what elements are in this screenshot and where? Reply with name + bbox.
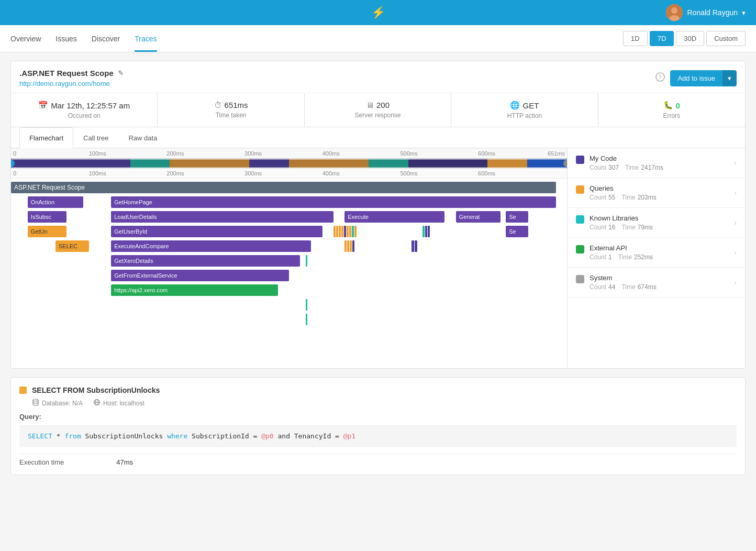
flame-mini-blocks-3 — [344, 240, 389, 252]
time-btn-1d[interactable]: 1D — [623, 31, 648, 46]
legend-mycode[interactable]: My Code Count307 Time2417ms › — [568, 148, 745, 178]
metrics-row: 📅 Mar 12th, 12:25:57 am Occured on ⏱ 651… — [11, 93, 745, 127]
edit-icon[interactable]: ✎ — [118, 69, 124, 77]
flame-block-getxerodetails[interactable]: GetXeroDetails — [111, 255, 300, 267]
sql-param2: @p1 — [343, 432, 355, 440]
top-bar-logo: ⚡ — [371, 6, 385, 19]
flame-block-se1[interactable]: Se — [506, 211, 528, 223]
card-title-section: .ASP.NET Request Scope ✎ http://demo.ray… — [19, 69, 124, 87]
execution-time-row: Execution time 47ms — [19, 454, 737, 466]
legend-system[interactable]: System Count44 Time674ms › — [568, 268, 745, 297]
card-url[interactable]: http://demo.raygun.com/home — [19, 80, 124, 87]
time-range-buttons: 1D 7D 30D Custom — [623, 31, 746, 46]
flame-row-6: GetFromExternalService — [11, 269, 567, 282]
secondary-nav: Overview Issues Discover Traces 1D 7D 30… — [0, 25, 756, 52]
add-issue-button[interactable]: Add to issue — [670, 70, 722, 86]
metric-errors-label: Errors — [663, 112, 680, 119]
svg-text:?: ? — [659, 74, 662, 80]
sql-and: and — [277, 432, 294, 440]
ruler-100ms: 100ms — [89, 150, 106, 157]
legend-mycode-name: My Code — [590, 155, 663, 162]
query-meta: Database: N/A Host: localhost — [19, 399, 737, 407]
flamechart-container: 0 100ms 200ms 300ms 400ms 500ms 600ms 65… — [11, 148, 745, 368]
ruler-651ms: 651ms — [548, 150, 565, 157]
time-btn-7d[interactable]: 7D — [650, 31, 674, 46]
legend-knownlibs[interactable]: Known Libraries Count16 Time79ms › — [568, 208, 745, 238]
flame-block-gethomepage[interactable]: GetHomePage — [111, 196, 556, 208]
main-content: .ASP.NET Request Scope ✎ http://demo.ray… — [0, 52, 756, 483]
bug-icon: 🐛 — [663, 101, 673, 110]
flame-block-getfromexternalservice[interactable]: GetFromExternalService — [111, 270, 289, 281]
legend-system-chevron: › — [734, 278, 737, 286]
add-issue-btn-group: Add to issue ▾ — [670, 70, 737, 86]
nav-tab-traces[interactable]: Traces — [135, 25, 157, 52]
legend-queries-dot — [576, 185, 584, 194]
calendar-icon: 📅 — [38, 101, 48, 110]
flame-row-4: SELEC ExecuteAndCompare — [11, 239, 567, 253]
legend-externalapi-chevron: › — [734, 248, 737, 257]
ruler-300ms: 300ms — [244, 150, 262, 157]
flame-block-getuserbyid[interactable]: GetUserById — [111, 226, 323, 237]
tab-raw-data[interactable]: Raw data — [118, 127, 167, 148]
metric-time: ⏱ 651ms Time taken — [158, 93, 304, 127]
flame-teal-a — [306, 299, 307, 311]
nav-tab-discover[interactable]: Discover — [92, 25, 120, 52]
query-title: SELECT FROM SubscriptionUnlocks — [32, 386, 160, 394]
legend-mycode-count: 307 — [608, 164, 619, 171]
host-icon — [93, 399, 101, 407]
tab-flamechart[interactable]: Flamechart — [19, 127, 73, 148]
flame-block-onaction[interactable]: OnAction — [28, 196, 83, 208]
flame-row-5: GetXeroDetails — [11, 254, 567, 268]
flamechart-main: 0 100ms 200ms 300ms 400ms 500ms 600ms 65… — [11, 148, 567, 368]
metric-time-label: Time taken — [216, 112, 247, 119]
flame-block-getun[interactable]: GetUn — [28, 226, 66, 237]
help-icon[interactable]: ? — [655, 72, 665, 84]
server-icon: 🖥 — [366, 101, 374, 109]
flame-block-xero[interactable]: https://api2.xero.com — [111, 284, 278, 296]
card-header: .ASP.NET Request Scope ✎ http://demo.ray… — [11, 61, 745, 93]
time-btn-30d[interactable]: 30D — [676, 31, 704, 46]
legend-mycode-time: 2417ms — [641, 164, 663, 171]
add-issue-dropdown[interactable]: ▾ — [722, 70, 737, 86]
ruler-0: 0 — [13, 150, 16, 157]
nav-tab-overview[interactable]: Overview — [10, 25, 41, 52]
legend-externalapi-dot — [576, 245, 584, 254]
legend-knownlibs-dot — [576, 215, 584, 224]
metric-http: 🌐 GET HTTP action — [451, 93, 598, 127]
flame-row-8 — [11, 298, 567, 312]
legend-queries[interactable]: Queries Count55 Time203ms › — [568, 178, 745, 208]
timeline-ruler: 0 100ms 200ms 300ms 400ms 500ms 600ms 65… — [11, 148, 567, 159]
query-label: Query: — [19, 413, 737, 421]
user-menu[interactable]: Ronald Raygun ▾ — [666, 4, 746, 21]
minimap[interactable] — [11, 159, 567, 168]
flame-block-se2[interactable]: Se — [506, 226, 528, 237]
flame-mini-teal-1 — [306, 255, 307, 267]
flame-block-execute[interactable]: Execute — [344, 211, 444, 223]
ruler-500ms: 500ms — [400, 150, 417, 157]
time-btn-custom[interactable]: Custom — [706, 31, 746, 46]
tab-call-tree[interactable]: Call tree — [73, 127, 118, 148]
database-icon — [32, 399, 39, 407]
execution-label: Execution time — [19, 458, 64, 466]
flame-mini-blocks-2 — [423, 226, 456, 237]
user-name: Ronald Raygun — [687, 8, 738, 17]
flame-block-asp[interactable]: ASP.NET Request Scope — [11, 182, 556, 193]
flame-row-1: OnAction GetHomePage — [11, 195, 567, 209]
nav-tabs: Overview Issues Discover Traces — [10, 25, 157, 52]
flame-block-issubsc[interactable]: IsSubsc — [28, 211, 66, 223]
metric-response-label: Server response — [354, 112, 401, 119]
flame-block-selec[interactable]: SELEC — [55, 240, 89, 252]
metric-response: 🖥 200 Server response — [305, 93, 451, 127]
flame-rows: ASP.NET Request Scope OnAction GetHomePa… — [11, 179, 567, 329]
nav-tab-issues[interactable]: Issues — [55, 25, 76, 52]
sql-select: SELECT — [28, 432, 52, 440]
sql-from: from — [64, 432, 81, 440]
flame-block-loaduserdetails[interactable]: LoadUserDetails — [111, 211, 333, 223]
flame-block-executeandcompare[interactable]: ExecuteAndCompare — [111, 240, 311, 252]
legend-externalapi[interactable]: External API Count1 Time252ms › — [568, 238, 745, 268]
execution-value: 47ms — [116, 458, 133, 466]
legend-queries-name: Queries — [590, 184, 657, 192]
legend-knownlibs-name: Known Libraries — [590, 214, 653, 222]
flame-block-generate[interactable]: Generat — [456, 211, 501, 223]
legend-mycode-chevron: › — [734, 159, 737, 167]
